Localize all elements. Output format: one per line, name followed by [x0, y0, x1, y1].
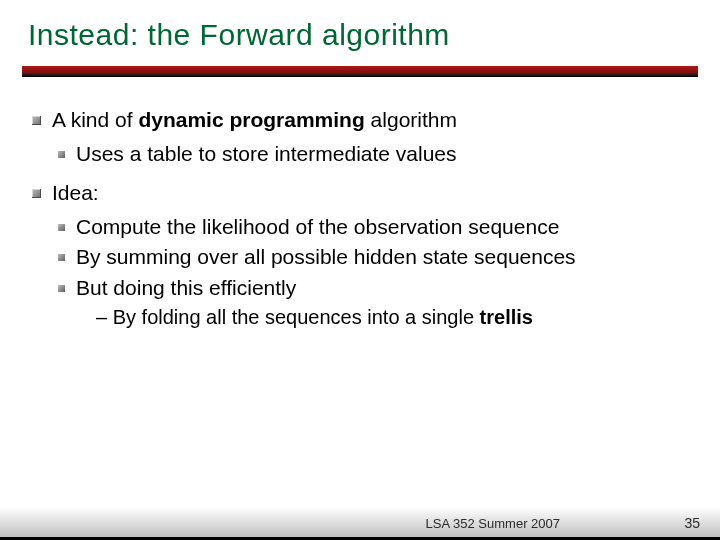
bullet-2: Idea: [28, 179, 692, 207]
bullet-2-sub-2: By summing over all possible hidden stat… [28, 243, 692, 271]
footer-page-number: 35 [684, 515, 700, 531]
bullet-2-sub-3-dash-bold: trellis [480, 306, 533, 328]
bullet-1: A kind of dynamic programming algorithm [28, 106, 692, 134]
bullet-2-sub-3-text: But doing this efficiently [76, 276, 296, 299]
bullet-1-text-bold: dynamic programming [138, 108, 364, 131]
slide-title: Instead: the Forward algorithm [28, 18, 692, 52]
content-area: A kind of dynamic programming algorithm … [28, 106, 692, 331]
bullet-1-text-pre: A kind of [52, 108, 138, 131]
slide: Instead: the Forward algorithm A kind of… [0, 0, 720, 540]
divider-red [22, 66, 698, 73]
bullet-2-sub-3-dash: – By folding all the sequences into a si… [28, 304, 692, 331]
bullet-1-sub-1-text: Uses a table to store intermediate value… [76, 142, 457, 165]
footer: LSA 352 Summer 2007 35 [0, 507, 720, 540]
bullet-1-text-post: algorithm [365, 108, 457, 131]
bullet-2-sub-3: But doing this efficiently [28, 274, 692, 302]
bullet-2-sub-2-text: By summing over all possible hidden stat… [76, 245, 576, 268]
bullet-2-sub-3-dash-text: – By folding all the sequences into a si… [96, 306, 480, 328]
bullet-1-sub-1: Uses a table to store intermediate value… [28, 140, 692, 168]
bullet-2-sub-1-text: Compute the likelihood of the observatio… [76, 215, 559, 238]
footer-gradient [0, 507, 720, 537]
footer-course: LSA 352 Summer 2007 [426, 516, 560, 531]
bullet-2-sub-1: Compute the likelihood of the observatio… [28, 213, 692, 241]
divider-shadow [22, 73, 698, 77]
divider [22, 66, 698, 84]
bullet-2-text: Idea: [52, 181, 99, 204]
